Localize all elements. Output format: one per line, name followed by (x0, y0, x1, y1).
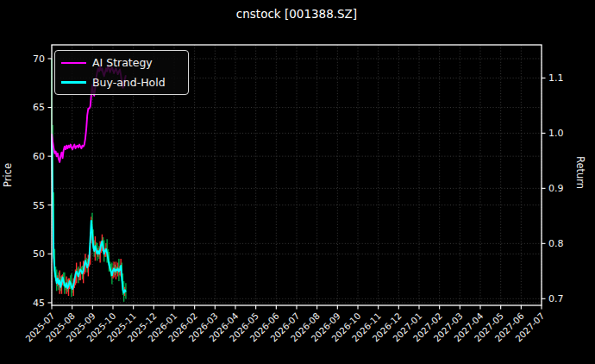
left-tick-label: 60 (33, 151, 45, 162)
legend: AI Strategy Buy-and-Hold (54, 50, 189, 95)
price-hilo-bars (52, 59, 126, 302)
right-tick-label: 0.9 (548, 183, 564, 194)
left-axis-label: Price (2, 141, 14, 210)
legend-row-ai-strategy: AI Strategy (61, 56, 180, 70)
right-axis-label: Return (574, 138, 586, 207)
legend-label-ai-strategy: AI Strategy (92, 56, 153, 70)
left-tick-label: 65 (33, 102, 45, 113)
right-tick-label: 1.0 (548, 128, 564, 139)
right-tick-label: 0.7 (548, 293, 564, 304)
legend-row-buy-and-hold: Buy-and-Hold (61, 76, 180, 90)
right-tick-label: 0.8 (548, 238, 564, 249)
left-tick-label: 45 (33, 298, 45, 309)
right-tick-label: 1.1 (548, 72, 564, 84)
axis-tick-labels: 2025-072025-082025-092025-102025-112025-… (24, 53, 564, 344)
left-tick-label: 70 (33, 53, 45, 65)
figure: cnstock [001388.SZ] 2025-072025-082025-0… (0, 0, 595, 364)
buy-and-hold-swatch-icon (61, 81, 86, 84)
left-tick-label: 55 (33, 200, 45, 211)
legend-label-buy-and-hold: Buy-and-Hold (92, 76, 166, 90)
ai-strategy-swatch-icon (61, 62, 86, 65)
left-tick-label: 50 (33, 248, 45, 260)
